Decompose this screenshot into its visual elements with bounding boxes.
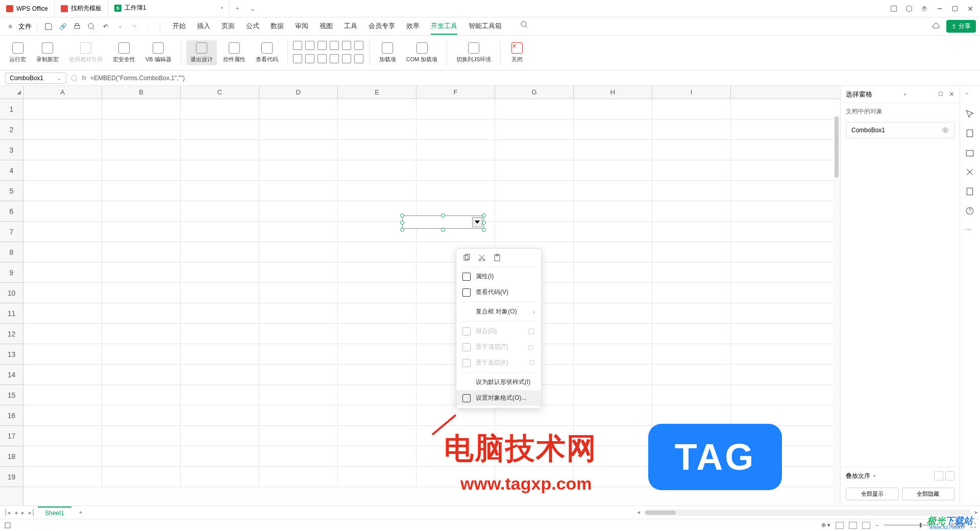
target-icon[interactable]: ⊕ ▾ <box>821 522 830 528</box>
app-menu-icon[interactable] <box>890 5 897 12</box>
combobox-dropdown-icon[interactable] <box>472 217 482 227</box>
row-header[interactable]: 12 <box>0 324 23 344</box>
view-layout-button[interactable] <box>849 522 857 529</box>
selection-handle[interactable] <box>441 228 445 232</box>
cloud-icon[interactable] <box>932 22 940 31</box>
fullscreen-icon[interactable]: ⛶ <box>970 522 976 528</box>
tab-data[interactable]: 数据 <box>271 18 284 35</box>
selection-handle[interactable] <box>400 228 404 232</box>
tab-start[interactable]: 开始 <box>173 18 186 35</box>
row-header[interactable]: 17 <box>0 426 23 446</box>
col-header[interactable]: D <box>259 86 338 99</box>
menu-properties[interactable]: 属性(I) <box>456 269 541 284</box>
vertical-scrollbar[interactable] <box>833 114 840 505</box>
hide-all-button[interactable]: 全部隐藏 <box>902 488 955 500</box>
vb-editor-button[interactable]: VB 编辑器 <box>141 40 176 65</box>
next-sheet-button[interactable]: ▸ <box>20 509 26 516</box>
last-sheet-button[interactable]: ▸⎮ <box>28 509 36 516</box>
row-header[interactable]: 6 <box>0 201 23 222</box>
file-menu[interactable]: 文件 <box>18 22 32 31</box>
row-header[interactable]: 19 <box>0 467 23 487</box>
selection-handle[interactable] <box>400 213 404 218</box>
selection-handle[interactable] <box>482 228 486 232</box>
view-code-button[interactable]: 查看代码 <box>252 40 282 65</box>
close-icon[interactable] <box>967 5 974 12</box>
control-icon[interactable] <box>354 41 363 50</box>
control-icon[interactable] <box>330 54 339 63</box>
ready-icon[interactable] <box>4 522 11 529</box>
close-button[interactable]: ✕关闭 <box>506 40 528 65</box>
col-header[interactable]: H <box>574 86 652 99</box>
selection-handle[interactable] <box>441 213 445 218</box>
tab-member[interactable]: 会员专享 <box>369 18 395 35</box>
tab-page[interactable]: 页面 <box>222 18 235 35</box>
row-header[interactable]: 5 <box>0 181 23 201</box>
control-icon[interactable] <box>293 54 302 63</box>
clipboard-icon[interactable] <box>965 129 975 139</box>
row-header[interactable]: 18 <box>0 446 23 467</box>
col-header[interactable]: G <box>495 86 574 99</box>
horizontal-scrollbar[interactable]: ◂ ▸ <box>644 510 971 516</box>
control-icon[interactable] <box>354 54 363 63</box>
formula-input[interactable]: =EMBED("Forms.ComboBox.1","") <box>90 73 812 84</box>
col-header[interactable]: B <box>102 86 181 99</box>
run-macro-button[interactable]: 运行宏 <box>5 40 30 65</box>
show-all-button[interactable]: 全部显示 <box>846 488 899 500</box>
collapse-rail-icon[interactable]: − <box>965 90 975 100</box>
undo-dropdown-icon[interactable]: ⌄ <box>114 20 126 33</box>
backup-icon[interactable] <box>965 148 975 158</box>
select-all-corner[interactable] <box>0 86 23 99</box>
switch-js-button[interactable]: 切换到JS环境 <box>452 40 495 65</box>
tab-insert[interactable]: 插入 <box>197 18 210 35</box>
zoom-in-button[interactable]: ＋ <box>940 521 946 529</box>
control-icon[interactable] <box>305 41 314 50</box>
control-icon[interactable] <box>305 54 314 63</box>
addins-button[interactable]: 加载项 <box>375 40 400 65</box>
row-header[interactable]: 4 <box>0 160 23 181</box>
exit-design-button[interactable]: 退出设计 <box>186 40 217 65</box>
com-addins-button[interactable]: COM 加载项 <box>402 40 442 65</box>
row-header[interactable]: 3 <box>0 140 23 160</box>
view-pagebreak-button[interactable] <box>862 522 870 529</box>
macro-security-button[interactable]: 宏安全性 <box>109 40 139 65</box>
record-macro-button[interactable]: 录制新宏 <box>32 40 63 65</box>
row-header[interactable]: 16 <box>0 405 23 426</box>
minimize-icon[interactable] <box>936 5 943 12</box>
control-icon[interactable] <box>342 54 351 63</box>
settings-icon[interactable] <box>965 167 975 178</box>
tab-efficiency[interactable]: 效率 <box>406 18 420 35</box>
tab-template[interactable]: 找稻壳模板 <box>55 1 108 16</box>
control-icon[interactable] <box>317 41 327 50</box>
sheet-tab[interactable]: Sheet1 <box>38 506 71 519</box>
control-icon[interactable] <box>330 41 339 50</box>
col-header[interactable]: I <box>652 86 731 99</box>
row-header[interactable]: 1 <box>0 99 23 119</box>
eye-icon[interactable] <box>942 127 949 134</box>
selection-handle[interactable] <box>482 221 486 225</box>
tab-view[interactable]: 视图 <box>320 18 333 35</box>
tab-tools[interactable]: 工具 <box>344 18 357 35</box>
row-header[interactable]: 2 <box>0 119 23 140</box>
object-list-item[interactable]: ComboBox1 <box>846 122 954 138</box>
row-header[interactable]: 11 <box>0 303 23 324</box>
control-icon[interactable] <box>317 54 327 63</box>
zoom-slider[interactable] <box>884 524 935 526</box>
scrollbar-thumb[interactable] <box>835 116 839 178</box>
tab-smart[interactable]: 智能工具箱 <box>469 18 502 35</box>
avatar-icon[interactable] <box>921 5 928 12</box>
tab-close-icon[interactable]: • <box>220 5 223 12</box>
close-pane-icon[interactable]: ✕ <box>949 90 954 98</box>
move-down-button[interactable] <box>945 471 954 480</box>
more-icon[interactable]: ⋯ <box>965 226 975 236</box>
help-icon[interactable]: ? <box>965 206 975 216</box>
col-header[interactable]: A <box>23 86 102 99</box>
row-header[interactable]: 13 <box>0 344 23 365</box>
redo-icon[interactable]: ↷ <box>128 20 140 33</box>
control-icon[interactable] <box>342 41 351 50</box>
chevron-down-icon[interactable]: ⌄ <box>57 75 62 82</box>
menu-compound-object[interactable]: 复合框 对象(O) › <box>456 304 541 320</box>
preview-icon[interactable] <box>85 20 97 33</box>
first-sheet-button[interactable]: ⎮◂ <box>3 509 11 516</box>
row-header[interactable]: 15 <box>0 385 23 405</box>
zoom-out-button[interactable]: − <box>875 522 878 528</box>
